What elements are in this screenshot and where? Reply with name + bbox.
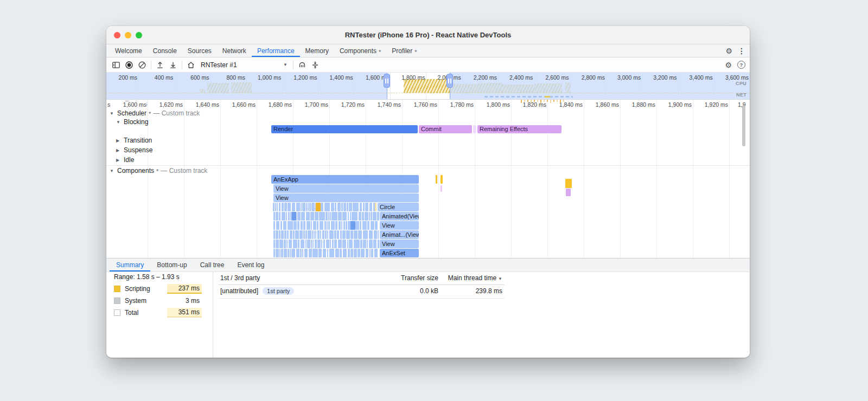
selection-handle-right[interactable]: [446, 74, 453, 88]
flame-segment[interactable]: [302, 249, 303, 257]
flame-segment[interactable]: [279, 230, 280, 239]
selection-handle-left[interactable]: [384, 74, 390, 88]
flame-segment[interactable]: [275, 203, 276, 211]
flame-bar[interactable]: View: [380, 221, 419, 230]
scheduler-event-bar[interactable]: Render: [271, 125, 418, 133]
titlebar[interactable]: RNTester (iPhone 16 Pro) - React Native …: [106, 26, 750, 44]
flame-segment[interactable]: [327, 230, 328, 239]
minimize-window-button[interactable]: [125, 32, 131, 38]
flame-segment[interactable]: [335, 221, 337, 230]
flame-segment[interactable]: [338, 212, 342, 221]
flame-segment[interactable]: [365, 203, 368, 211]
flame-segment[interactable]: [315, 230, 316, 239]
vertical-scrollbar[interactable]: [742, 105, 745, 146]
flame-segment[interactable]: [317, 230, 320, 239]
details-tab-summary[interactable]: Summary: [110, 258, 150, 271]
party-table-header[interactable]: 1st / 3rd party Transfer size Main threa…: [218, 273, 505, 285]
flame-segment[interactable]: [335, 249, 339, 257]
flame-segment[interactable]: [334, 230, 336, 239]
flame-segment[interactable]: [306, 212, 310, 221]
flame-segment[interactable]: [293, 240, 297, 248]
flame-segment[interactable]: [350, 249, 353, 257]
flame-segment[interactable]: [363, 240, 366, 248]
flame-segment[interactable]: [340, 249, 342, 257]
flame-segment[interactable]: [279, 249, 280, 257]
flame-segment[interactable]: [334, 240, 337, 248]
flame-segment[interactable]: [291, 249, 295, 257]
subtrack-blocking[interactable]: ▼Blocking: [116, 118, 148, 126]
flame-segment[interactable]: [310, 212, 314, 221]
flame-segment[interactable]: [367, 240, 368, 248]
help-icon[interactable]: ?: [737, 61, 745, 69]
flame-segment[interactable]: [308, 230, 311, 239]
flame-segment[interactable]: [375, 221, 378, 230]
flame-segment[interactable]: [369, 230, 373, 239]
flame-segment[interactable]: [306, 203, 307, 211]
flame-segment[interactable]: [288, 212, 290, 221]
flame-segment[interactable]: [363, 230, 368, 239]
flame-segment[interactable]: [358, 249, 360, 257]
flame-segment[interactable]: [279, 203, 280, 211]
flame-segment[interactable]: [332, 240, 334, 248]
target-selector[interactable]: RNTester #1 ▼: [197, 59, 291, 71]
flame-segment[interactable]: [359, 212, 361, 221]
flame-segment[interactable]: [323, 249, 326, 257]
flame-segment[interactable]: [369, 203, 372, 211]
flame-bar[interactable]: AnExSet: [380, 249, 419, 257]
flame-segment[interactable]: [296, 203, 300, 211]
details-tab-event-log[interactable]: Event log: [231, 258, 271, 271]
flame-segment[interactable]: [338, 240, 342, 248]
clear-icon[interactable]: [136, 59, 149, 71]
flame-segment[interactable]: [369, 249, 371, 257]
flame-bar[interactable]: View: [273, 184, 419, 193]
flame-segment[interactable]: [326, 240, 329, 248]
flame-segment[interactable]: [346, 230, 350, 239]
flame-segment[interactable]: [308, 203, 309, 211]
flame-segment[interactable]: [273, 230, 275, 239]
flame-segment[interactable]: [347, 203, 348, 211]
flame-segment[interactable]: [289, 240, 292, 248]
flame-segment[interactable]: [331, 212, 337, 221]
flame-segment[interactable]: [293, 230, 295, 239]
flame-segment[interactable]: [297, 221, 299, 230]
flame-marker[interactable]: [441, 175, 443, 184]
flame-segment[interactable]: [355, 221, 359, 230]
flame-segment[interactable]: [360, 221, 361, 230]
flame-segment-special[interactable]: [375, 203, 376, 211]
flame-segment[interactable]: [348, 212, 349, 221]
flame-segment[interactable]: [314, 230, 315, 239]
flame-segment[interactable]: [273, 212, 275, 221]
flame-segment[interactable]: [288, 249, 289, 257]
flame-segment[interactable]: [282, 203, 284, 211]
flame-segment[interactable]: [284, 249, 287, 257]
flame-segment[interactable]: [321, 240, 322, 248]
table-row[interactable]: [unattributed]1st party0.0 kB239.8 ms: [218, 285, 505, 299]
flame-segment[interactable]: [324, 221, 326, 230]
tab-sources[interactable]: Sources: [182, 44, 217, 57]
flame-segment[interactable]: [293, 221, 297, 230]
flame-segment[interactable]: [373, 240, 376, 248]
flame-segment[interactable]: [286, 240, 288, 248]
flame-segment[interactable]: [318, 249, 322, 257]
flame-segment[interactable]: [328, 212, 329, 221]
tab-profiler[interactable]: Profiler*: [386, 44, 422, 57]
flame-segment[interactable]: [301, 240, 304, 248]
flame-segment[interactable]: [287, 230, 289, 239]
flame-segment[interactable]: [369, 240, 373, 248]
col-transfer-size[interactable]: Transfer size: [384, 274, 438, 282]
flame-segment[interactable]: [371, 221, 374, 230]
flame-marker[interactable]: [566, 189, 571, 196]
flame-segment[interactable]: [342, 230, 346, 239]
flame-segment[interactable]: [378, 230, 379, 239]
col-party[interactable]: 1st / 3rd party: [220, 274, 384, 282]
flame-bar[interactable]: Circle: [378, 203, 419, 211]
flame-segment[interactable]: [330, 240, 331, 248]
flame-segment[interactable]: [307, 221, 310, 230]
flame-segment[interactable]: [341, 203, 343, 211]
flame-segment[interactable]: [307, 240, 310, 248]
flame-segment[interactable]: [340, 230, 342, 239]
scheduler-event-bar[interactable]: Commit: [419, 125, 472, 133]
flame-segment[interactable]: [328, 221, 330, 230]
toggle-sidebar-icon[interactable]: [110, 59, 123, 71]
flame-segment[interactable]: [295, 230, 299, 239]
